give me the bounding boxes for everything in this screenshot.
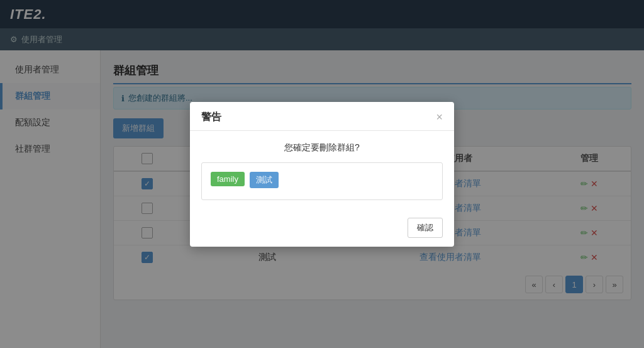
modal-close-button[interactable]: ×	[436, 111, 443, 123]
modal-title: 警告	[201, 111, 221, 124]
modal-body: 您確定要刪除群組? family 測試	[190, 131, 454, 211]
modal-tags-container: family 測試	[201, 162, 443, 200]
modal-question: 您確定要刪除群組?	[201, 142, 443, 154]
warning-modal: 警告 × 您確定要刪除群組? family 測試 確認	[190, 102, 454, 247]
modal-footer: 確認	[190, 211, 454, 247]
modal-tag-family: family	[211, 172, 245, 186]
modal-overlay: 警告 × 您確定要刪除群組? family 測試 確認	[0, 0, 644, 348]
modal-tag-test: 測試	[250, 172, 279, 188]
modal-header: 警告 ×	[190, 102, 454, 131]
confirm-button[interactable]: 確認	[408, 218, 443, 238]
